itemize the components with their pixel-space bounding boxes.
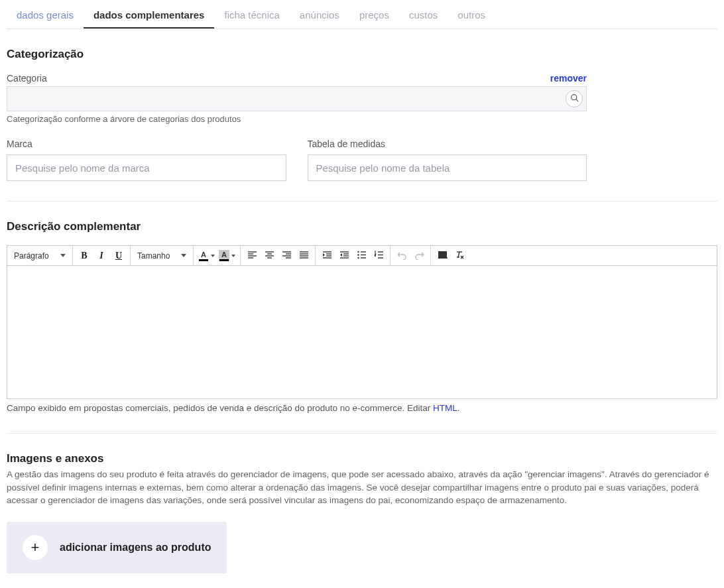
divider: [7, 433, 717, 434]
align-center-button[interactable]: [261, 248, 277, 264]
chevron-down-icon: [60, 254, 66, 257]
align-right-icon: [282, 250, 292, 262]
brand-input[interactable]: [7, 154, 286, 181]
plus-icon: +: [23, 535, 48, 560]
svg-point-0: [571, 95, 576, 100]
italic-button[interactable]: I: [93, 248, 109, 264]
numbered-list-button[interactable]: [371, 248, 387, 264]
svg-point-28: [357, 257, 359, 258]
indent-decrease-button[interactable]: [336, 248, 352, 264]
undo-button[interactable]: [394, 248, 410, 264]
indent-increase-button[interactable]: [319, 248, 335, 264]
images-description: A gestão das imagens do seu produto é fe…: [7, 468, 717, 507]
font-size-dropdown[interactable]: Tamanho: [133, 246, 190, 265]
tab-precos[interactable]: preços: [349, 3, 399, 29]
section-title-images: Imagens e anexos: [7, 452, 717, 465]
search-icon: [570, 93, 579, 104]
tab-custos[interactable]: custos: [399, 3, 448, 29]
indent-decrease-icon: [339, 250, 349, 262]
underline-button[interactable]: U: [111, 248, 127, 264]
font-size-label: Tamanho: [137, 251, 170, 261]
align-justify-icon: [299, 250, 309, 262]
chevron-down-icon: [211, 255, 215, 257]
remove-category-link[interactable]: remover: [550, 73, 587, 84]
chevron-down-icon: [231, 255, 235, 257]
edit-html-link[interactable]: HTML: [433, 403, 457, 413]
redo-button[interactable]: [411, 248, 427, 264]
svg-point-27: [357, 254, 359, 255]
bullet-list-button[interactable]: [353, 248, 369, 264]
align-left-button[interactable]: [244, 248, 260, 264]
insert-image-button[interactable]: [434, 248, 450, 264]
redo-icon: [414, 250, 424, 262]
clear-formatting-icon: [455, 250, 465, 262]
category-input[interactable]: [7, 86, 587, 111]
measure-table-input[interactable]: [308, 154, 587, 181]
editor-help-text: Campo exibido em propostas comerciais, p…: [7, 403, 717, 413]
divider: [7, 201, 717, 202]
image-icon: [438, 250, 448, 262]
paragraph-style-label: Parágrafo: [14, 251, 49, 261]
text-color-button[interactable]: A: [197, 250, 216, 261]
align-left-icon: [247, 250, 257, 262]
undo-icon: [397, 250, 407, 262]
rich-text-editor: Parágrafo B I U Tamanho A: [7, 245, 717, 399]
tab-anuncios[interactable]: anúncios: [290, 3, 349, 29]
svg-point-26: [357, 251, 359, 252]
align-justify-button[interactable]: [296, 248, 312, 264]
tab-dados-complementares[interactable]: dados complementares: [84, 3, 215, 29]
svg-line-1: [575, 99, 577, 101]
section-title-categorization: Categorização: [7, 48, 717, 61]
paragraph-style-dropdown[interactable]: Parágrafo: [10, 246, 70, 265]
svg-line-42: [458, 252, 459, 257]
category-search-button[interactable]: [566, 90, 583, 107]
editor-toolbar: Parágrafo B I U Tamanho A: [7, 246, 717, 266]
numbered-list-icon: [374, 250, 384, 262]
section-title-description: Descrição complementar: [7, 220, 717, 233]
add-images-label: adicionar imagens ao produto: [60, 542, 211, 554]
label-categoria: Categoria: [7, 73, 47, 84]
add-images-button[interactable]: + adicionar imagens ao produto: [7, 522, 227, 573]
background-color-button[interactable]: A: [217, 250, 237, 261]
bullet-list-icon: [357, 250, 367, 262]
chevron-down-icon: [181, 254, 186, 257]
product-tabs: dados gerais dados complementares ficha …: [7, 3, 717, 29]
align-right-button[interactable]: [278, 248, 294, 264]
editor-content-area[interactable]: [7, 266, 717, 398]
align-center-icon: [265, 250, 274, 262]
tab-ficha-tecnica[interactable]: ficha técnica: [214, 3, 289, 29]
category-help-text: Categorização conforme a árvore de categ…: [7, 114, 587, 124]
clear-formatting-button[interactable]: [452, 248, 467, 264]
label-tabela-medidas: Tabela de medidas: [308, 139, 587, 149]
tab-dados-gerais[interactable]: dados gerais: [7, 3, 84, 29]
indent-increase-icon: [322, 250, 332, 262]
label-marca: Marca: [7, 139, 286, 149]
bold-button[interactable]: B: [76, 248, 92, 264]
tab-outros[interactable]: outros: [448, 3, 495, 29]
